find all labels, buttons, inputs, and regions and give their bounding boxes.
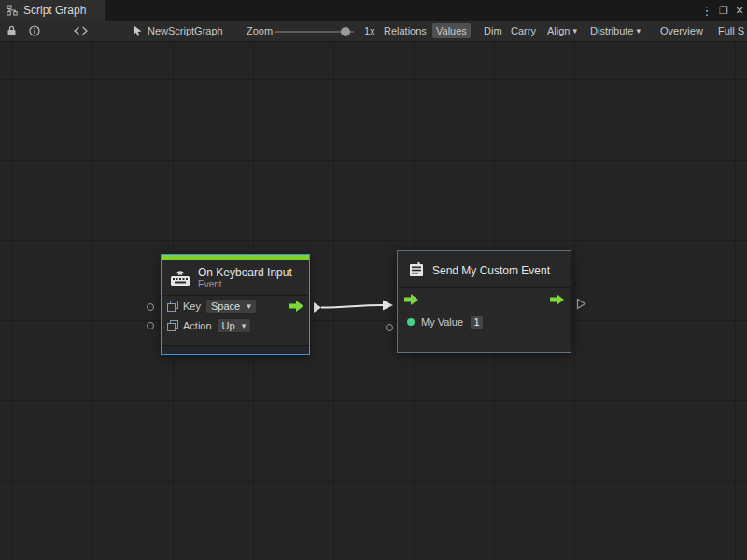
custom-event-icon	[408, 262, 425, 278]
my-value-input-port[interactable]	[386, 324, 393, 331]
type-icon	[167, 301, 178, 312]
node-send-my-custom-event[interactable]: Send My Custom Event My Value	[397, 250, 571, 353]
my-value-port-row: My Value	[398, 311, 571, 333]
distribute-dropdown[interactable]: Distribute▾	[586, 23, 644, 38]
my-value-input[interactable]	[470, 315, 484, 329]
code-icon[interactable]	[74, 26, 88, 35]
info-icon[interactable]	[29, 25, 40, 36]
node-title: On Keyboard Input	[198, 266, 292, 279]
key-port-row: Key Space▾	[162, 296, 309, 315]
action-port-row: Action Up▾	[162, 315, 309, 335]
tab-script-graph[interactable]: Script Graph	[0, 0, 105, 21]
dim-button[interactable]: Dim	[480, 23, 506, 38]
pointer-icon	[133, 25, 143, 36]
carry-button[interactable]: Carry	[507, 23, 540, 38]
kebab-menu-icon[interactable]: ⋮	[699, 0, 714, 21]
type-icon	[167, 320, 178, 331]
node-header: Send My Custom Event	[398, 251, 571, 287]
tab-title: Script Graph	[23, 4, 86, 17]
close-icon[interactable]: ✕	[732, 0, 747, 21]
zoom-value: 1x	[364, 25, 375, 36]
lock-icon[interactable]	[7, 25, 17, 36]
control-input-port[interactable]	[404, 294, 418, 305]
node-on-keyboard-input[interactable]: On Keyboard Input Event Key Space▾	[161, 254, 310, 355]
node-footer	[162, 345, 309, 354]
graph-name-label: NewScriptGraph	[148, 25, 223, 36]
distribute-label: Distribute	[590, 25, 633, 36]
action-input-port[interactable]	[147, 322, 154, 329]
overview-button[interactable]: Overview	[656, 23, 707, 38]
key-dropdown[interactable]: Space▾	[205, 299, 257, 314]
zoom-label: Zoom	[247, 25, 273, 36]
chevron-down-icon: ▾	[636, 26, 641, 35]
fullscreen-button[interactable]: Full S	[714, 23, 747, 38]
script-graph-window: Script Graph ⋮ ❐ ✕	[0, 0, 747, 560]
tab-bar: Script Graph ⋮ ❐ ✕	[0, 0, 747, 21]
maximize-icon[interactable]: ❐	[716, 0, 731, 21]
node-subtitle: Event	[198, 279, 292, 290]
script-graph-icon	[7, 5, 18, 16]
my-value-label: My Value	[421, 316, 463, 328]
control-output-triangle[interactable]	[576, 298, 586, 310]
node-title: Send My Custom Event	[432, 264, 550, 277]
value-port-dot[interactable]	[407, 318, 415, 326]
action-dropdown[interactable]: Up▾	[217, 318, 252, 333]
control-output-port[interactable]	[289, 301, 303, 312]
action-dropdown-value: Up	[222, 320, 235, 331]
key-dropdown-value: Space	[211, 301, 240, 312]
relations-button[interactable]: Relations	[380, 23, 430, 38]
values-button[interactable]: Values	[432, 23, 471, 38]
align-dropdown[interactable]: Align▾	[543, 23, 581, 38]
zoom-slider[interactable]	[274, 31, 354, 33]
zoom-slider-knob[interactable]	[341, 27, 350, 36]
align-label: Align	[547, 25, 570, 36]
key-port-label: Key	[183, 301, 201, 312]
action-port-label: Action	[183, 320, 212, 331]
keyboard-icon	[170, 270, 190, 287]
graph-canvas[interactable]	[0, 42, 747, 560]
control-port-row	[398, 288, 571, 311]
node-header: On Keyboard Input Event	[162, 260, 309, 295]
chevron-down-icon: ▾	[247, 301, 251, 311]
key-input-port[interactable]	[147, 303, 154, 311]
chevron-down-icon: ▾	[242, 321, 247, 330]
chevron-down-icon: ▾	[572, 26, 577, 35]
control-output-port[interactable]	[550, 294, 564, 305]
graph-toolbar: NewScriptGraph Zoom 1x Relations Values …	[0, 21, 747, 42]
